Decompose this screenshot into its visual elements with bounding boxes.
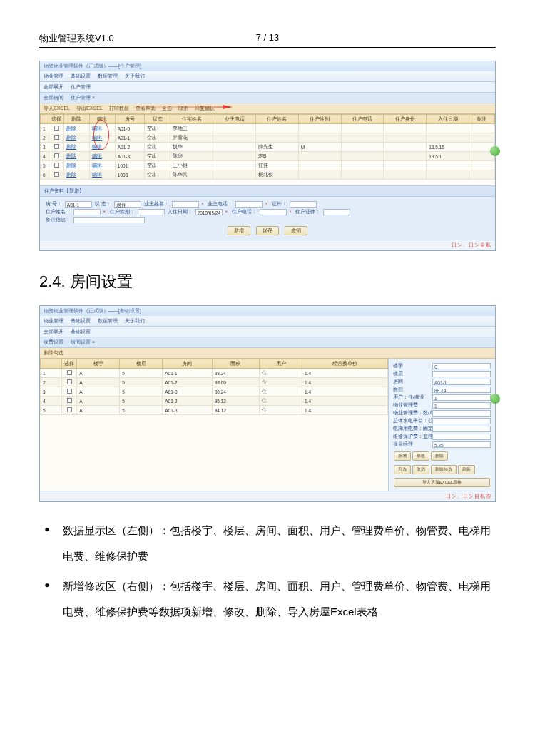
field-input[interactable] [432,426,491,432]
field-input[interactable]: 88.24 [432,387,491,393]
btn-cancel[interactable]: 取消 [178,106,188,111]
btn-删除[interactable]: 删除 [431,451,448,461]
input-remark[interactable] [73,217,145,223]
checkbox[interactable] [67,398,72,403]
btn-delete-checked[interactable]: 删除勾选 [44,350,63,355]
checkbox[interactable] [54,163,59,168]
column-header: 编辑 [89,115,115,124]
btn-import-excel-wide[interactable]: 导入房屋EXCEL表格 [394,478,490,487]
input-state[interactable]: 退住 [114,201,141,208]
input-owner[interactable] [172,201,199,208]
delete-link[interactable]: 删除 [64,152,90,161]
statusbar: 日ン、日ン目私 [40,240,495,250]
column-header: 楼宇 [77,359,120,369]
input-res-id[interactable] [323,209,350,215]
tabstrip: 收费设置 房间设置 × [40,337,495,348]
edit-link[interactable]: 编辑 [89,152,115,161]
menu-property[interactable]: 物业管理 [44,73,63,78]
btn-刷新[interactable]: 刷新 [458,465,475,474]
form-row: 用户：住/商业1 [393,394,491,401]
checkbox[interactable] [54,153,59,158]
field-input[interactable]: 1 [432,394,491,401]
checkbox[interactable] [67,389,72,394]
checkbox[interactable] [54,126,59,131]
column-header: 房间 [163,359,213,369]
field-input[interactable] [432,371,491,377]
field-label: 电梯用电费：固定 [393,426,432,432]
delete-link[interactable]: 删除 [64,143,90,152]
checkbox[interactable] [54,144,59,149]
tab-fee-setting[interactable]: 收费设置 [44,339,63,344]
btn-升选[interactable]: 升选 [394,465,411,474]
field-input[interactable]: 1 [432,402,491,409]
menu-about[interactable]: 关于我们 [125,318,145,323]
floating-widget-icon[interactable] [490,394,500,404]
screenshot-tenant-management: 物资物业管理软件（正式版）——[住户管理] 物业管理 基础设置 数据管理 关于我… [39,61,496,251]
checkbox[interactable] [67,379,72,384]
menu-data[interactable]: 数据管理 [98,73,118,78]
field-input[interactable]: 5.25 [432,441,491,448]
edit-panel: 楼宇C楼层房间A01-1面积88.24用户：住/商业1物业管理费1物业管理费：数… [388,359,495,491]
column-header: 住宅姓名 [170,115,213,124]
form-row: 楼宇C [393,363,491,369]
btn-save[interactable]: 保存 [256,226,279,235]
input-id[interactable] [290,201,317,208]
menu-basic[interactable]: 基础设置 [71,73,91,78]
delete-link[interactable]: 删除 [64,161,90,170]
toolbar-expand[interactable]: 全部展开 [44,84,63,89]
form-panel-title: 住户资料【新增】 [40,185,495,196]
input-res-name[interactable] [73,209,101,215]
btn-help[interactable]: 查看帮助 [136,106,156,111]
tab-all-rooms[interactable]: 全部房间 [44,95,63,100]
btn-export-excel[interactable]: 导出EXCEL [76,106,103,111]
btn-reply[interactable]: 回复确认 [195,106,215,111]
edit-link[interactable]: 编辑 [89,133,115,143]
field-input[interactable] [432,410,491,417]
checkbox[interactable] [67,407,72,412]
edit-link[interactable]: 编辑 [89,170,115,180]
field-input[interactable] [432,434,491,440]
btn-import-excel[interactable]: 导入EXCEL [44,106,70,111]
delete-link[interactable]: 删除 [64,133,90,143]
form-row: 电梯用电费：固定 [393,426,491,432]
checkbox[interactable] [67,370,72,375]
menu-basic[interactable]: 基础设置 [71,318,91,323]
field-input[interactable] [432,418,491,424]
checkbox[interactable] [54,172,59,177]
input-in-date[interactable]: 2013/05/24 [195,209,223,215]
tab-room-setting[interactable]: 房间设置 × [71,339,95,344]
table-row: 5删除编辑1001空出王小姐任佳 [41,161,495,170]
btn-修改[interactable]: 修改 [412,451,429,461]
label-state: 状 态： [95,201,111,208]
input-res-sex[interactable] [138,209,165,215]
field-input[interactable]: A01-1 [432,379,491,385]
input-owner-phone[interactable] [235,201,263,208]
btn-revert[interactable]: 撤销 [285,226,307,235]
field-label: 面积 [393,387,432,393]
input-room[interactable]: A01-1 [65,201,92,208]
menu-data[interactable]: 数据管理 [98,318,118,323]
label-res-name: 住户姓名： [46,209,71,215]
delete-link[interactable]: 删除 [64,170,90,180]
toolbar-basic[interactable]: 基础设置 [71,329,91,334]
edit-link[interactable]: 编辑 [89,124,115,133]
table-row: 3A5A01-088.24住1.4 [41,387,388,397]
floating-widget-icon[interactable] [490,146,500,156]
toolbar-tenant[interactable]: 住户管理 [71,84,91,89]
btn-select-all[interactable]: 全选 [162,106,172,111]
toolbar-expand[interactable]: 全部展开 [44,329,63,334]
checkbox[interactable] [54,135,59,140]
menu-property[interactable]: 物业管理 [44,318,63,323]
edit-link[interactable]: 编辑 [89,161,115,170]
input-res-phone[interactable] [260,209,287,215]
menu-about[interactable]: 关于我们 [125,73,145,78]
btn-取消[interactable]: 取消 [412,465,429,474]
btn-删除勾选[interactable]: 删除勾选 [431,465,457,474]
btn-print[interactable]: 打印数据 [109,106,129,111]
delete-link[interactable]: 删除 [64,124,90,133]
btn-新增[interactable]: 新增 [394,451,411,461]
edit-link[interactable]: 编辑 [89,143,115,152]
tab-tenant[interactable]: 住户管理 × [71,95,95,100]
field-input[interactable]: C [432,363,491,369]
btn-add[interactable]: 新增 [228,226,250,235]
